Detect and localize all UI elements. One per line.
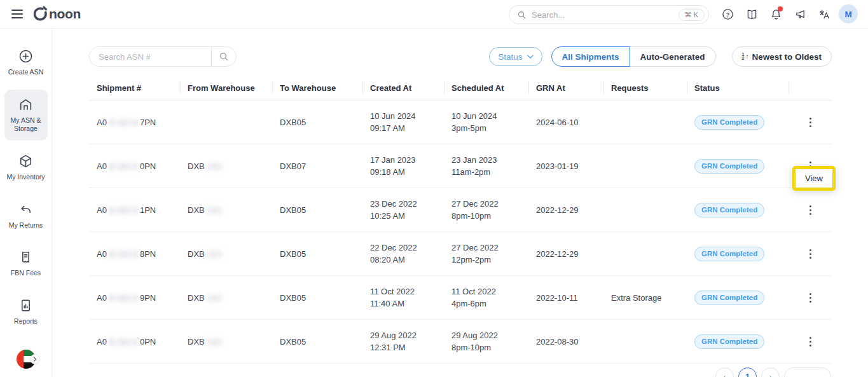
status-cell: GRN Completed: [687, 144, 789, 188]
redacted-text: [109, 338, 138, 346]
page-number-button[interactable]: 1: [738, 367, 757, 377]
redacted-text: [207, 207, 222, 214]
redacted-text: [207, 294, 222, 302]
help-button[interactable]: ?: [718, 4, 737, 24]
col-status: Status: [687, 78, 789, 100]
sort-numeric-icon: 1 2: [742, 53, 745, 61]
to-warehouse: DXB05: [272, 320, 362, 364]
col-scheduled-at: Scheduled At: [444, 78, 528, 100]
announcements-button[interactable]: [790, 4, 809, 24]
user-avatar[interactable]: M: [839, 4, 858, 24]
scheduled-at: 27 Dec 202212pm-2pm: [444, 232, 528, 276]
next-page-button[interactable]: ›: [761, 367, 780, 377]
created-at: 10 Jun 202409:17 AM: [362, 100, 444, 144]
to-warehouse: DXB05: [272, 100, 362, 144]
prev-page-button[interactable]: ‹: [715, 367, 734, 377]
row-actions-button[interactable]: [802, 333, 818, 350]
shipments-table: Shipment # From Warehouse To Warehouse C…: [89, 78, 832, 364]
filter-bar: Status All Shipments Auto-Generated 1 2 …: [89, 46, 832, 67]
status-filter-dropdown[interactable]: Status: [489, 47, 542, 66]
scheduled-at: 11 Oct 20224pm-6pm: [444, 276, 528, 320]
col-shipment: Shipment #: [89, 78, 180, 100]
requests: [603, 188, 687, 232]
col-requests: Requests: [603, 78, 687, 100]
language-button[interactable]: [815, 4, 834, 24]
table-row: A07PN DXB05 10 Jun 202409:17 AM 10 Jun 2…: [89, 100, 832, 144]
country-selector[interactable]: [17, 350, 36, 369]
tab-all-shipments[interactable]: All Shipments: [551, 46, 630, 67]
table-row: A09PN DXB DXB05 11 Oct 202211:40 AM 11 O…: [89, 276, 832, 320]
shipment-type-toggle: All Shipments Auto-Generated: [551, 46, 716, 67]
row-actions-button[interactable]: [802, 245, 818, 262]
report-icon: [18, 298, 34, 313]
hamburger-menu-icon[interactable]: [11, 10, 23, 18]
scheduled-at: 27 Dec 20228pm-10pm: [444, 188, 528, 232]
created-at: 23 Dec 202210:25 AM: [362, 188, 444, 232]
asn-search-box[interactable]: [89, 46, 237, 67]
requests: [603, 232, 687, 276]
from-warehouse: DXB: [180, 188, 272, 232]
col-grn-at: GRN At: [528, 78, 603, 100]
notifications-button[interactable]: [766, 4, 785, 24]
return-arrow-icon: [18, 202, 34, 217]
noon-logo[interactable]: noon: [32, 6, 81, 22]
sidebar-item-reports[interactable]: Reports: [4, 291, 48, 333]
view-menu-item[interactable]: View: [796, 169, 832, 188]
redacted-text: [109, 207, 138, 214]
table-header-row: Shipment # From Warehouse To Warehouse C…: [89, 78, 832, 100]
redacted-text: [207, 338, 222, 346]
global-search[interactable]: ⌘ K: [509, 5, 709, 24]
sidebar-item-my-asn-storage[interactable]: My ASN & Storage: [4, 90, 48, 141]
status-cell: GRN Completed: [687, 188, 789, 232]
requests: Extra Storage: [603, 276, 687, 320]
expand-country-icon[interactable]: [30, 354, 40, 364]
scheduled-at: 10 Jun 20243pm-5pm: [444, 100, 528, 144]
noon-swoosh-icon: [32, 6, 48, 22]
shipment-id: A08PN: [89, 232, 180, 276]
main-content: Status All Shipments Auto-Generated 1 2 …: [52, 29, 868, 377]
kebab-menu-icon: [809, 209, 811, 211]
kebab-menu-icon: [809, 297, 811, 299]
col-to-warehouse: To Warehouse: [272, 78, 362, 100]
row-actions-button[interactable]: [802, 289, 818, 306]
help-icon: ?: [721, 8, 734, 21]
guide-button[interactable]: [742, 4, 761, 24]
row-actions-button[interactable]: [802, 114, 818, 130]
asn-search-input[interactable]: [90, 47, 211, 66]
notification-dot: [778, 6, 783, 11]
sidebar-item-my-returns[interactable]: My Returns: [4, 195, 48, 237]
status-filter-label: Status: [498, 52, 522, 62]
asn-search-button[interactable]: [212, 47, 236, 66]
sidebar-item-label: My Returns: [9, 221, 43, 230]
redacted-text: [207, 250, 222, 258]
sidebar-item-create-asn[interactable]: Create ASN: [4, 41, 48, 84]
global-search-input[interactable]: [532, 10, 679, 20]
grn-at: 2024-06-10: [528, 100, 603, 144]
scheduled-at: 23 Jan 202311am-2pm: [444, 144, 528, 188]
sidebar-item-fbn-fees[interactable]: FBN Fees: [4, 242, 48, 285]
to-warehouse: DXB07: [272, 144, 362, 188]
tab-auto-generated[interactable]: Auto-Generated: [630, 46, 716, 67]
status-badge: GRN Completed: [694, 203, 764, 217]
shipment-id: A00PN: [89, 320, 180, 364]
row-actions-button[interactable]: [802, 202, 818, 218]
cube-icon: [18, 153, 34, 169]
redacted-text: [207, 163, 222, 170]
shipment-id: A09PN: [89, 276, 180, 320]
status-cell: GRN Completed: [687, 320, 789, 364]
from-warehouse: [180, 100, 272, 144]
kebab-menu-icon: [809, 121, 811, 123]
shipment-id: A07PN: [89, 100, 180, 144]
kebab-menu-icon: [809, 253, 811, 255]
sort-order-button[interactable]: 1 2 ↑ Newest to Oldest: [732, 46, 832, 67]
page-size-select[interactable]: [784, 367, 831, 377]
sidebar-item-my-inventory[interactable]: My Inventory: [4, 146, 48, 189]
requests: [603, 320, 687, 364]
sidebar-item-label: My ASN & Storage: [6, 116, 46, 134]
to-warehouse: DXB05: [272, 188, 362, 232]
book-icon: [745, 8, 759, 21]
from-warehouse: DXB: [180, 320, 272, 364]
logo-text: noon: [49, 6, 81, 22]
status-cell: GRN Completed: [687, 232, 789, 276]
status-cell: GRN Completed: [687, 100, 789, 144]
